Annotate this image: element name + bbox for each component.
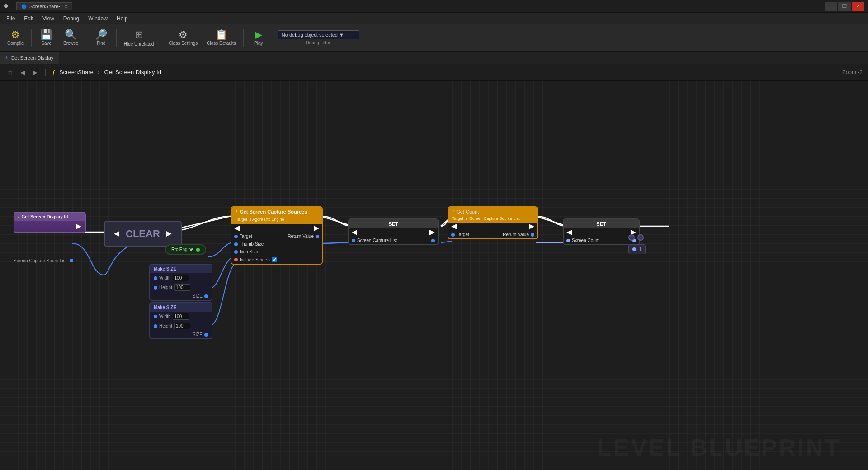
close-button[interactable]: ✕ [852,2,864,11]
get-capture-subtitle: Target is Agora Rtc Engine [231,216,322,224]
browse-icon: 🔍 [65,30,77,40]
menubar: File Edit View Debug Window Help [0,13,868,24]
bp-tab-icon: ƒ [5,55,8,60]
bookmark-button[interactable]: ☆ [5,68,15,77]
separator-5 [243,29,244,47]
width-dot-2 [154,315,157,318]
bc-screenshare[interactable]: ScreenShare [59,69,94,76]
class-settings-button[interactable]: ⚙ Class Settings [165,26,201,50]
thumb-size-pin[interactable] [234,242,238,246]
blueprint-tab[interactable]: ƒ Get Screen Display [0,52,59,64]
make-size-1-node[interactable]: Make SIZE Width Height SIZE [149,264,212,301]
make-size-2-title: Make SIZE [154,305,176,310]
get-count-exec-out[interactable] [529,224,534,229]
icon-size-pin[interactable] [234,250,238,254]
class-settings-icon: ⚙ [179,30,188,40]
screenshare-tab[interactable]: 🔵 ScreenShare• × [16,2,72,10]
tab-close-button[interactable]: × [65,4,67,9]
save-button[interactable]: 💾 Save [35,26,58,50]
get-count-return-pin[interactable] [531,233,534,237]
set-2-count-in-pin[interactable] [566,239,570,242]
play-icon: ▶ [255,30,262,40]
minimize-button[interactable]: – [825,2,837,11]
number-node[interactable]: 1 [628,244,646,254]
size-out-2: SIZE [150,331,212,338]
separator-2 [86,29,86,47]
set-1-exec-row [349,228,438,237]
forward-button[interactable]: ▶ [31,68,39,77]
screen-capture-label: Screen Capture Sourc List [14,258,73,263]
height-input-2[interactable] [174,323,190,329]
height-input-1[interactable] [174,284,190,291]
width-input-2[interactable] [173,313,189,320]
get-capture-exec-in-pin[interactable] [234,226,240,231]
make-size-1-title: Make SIZE [154,266,176,271]
set-1-list-in-pin[interactable] [352,239,355,242]
class-defaults-button[interactable]: 📋 Class Defaults [203,26,239,50]
get-count-target-pin[interactable] [451,233,455,237]
menu-view[interactable]: View [38,14,59,23]
find-label: Find [97,41,105,46]
separator-4 [161,29,161,47]
toolbar: ⚙ Compile 💾 Save 🔍 Browse 🔎 Find ⊞ Hide … [0,24,868,52]
target-in-pin[interactable] [234,235,238,238]
menu-debug[interactable]: Debug [59,14,84,23]
menu-edit[interactable]: Edit [19,14,38,23]
right-node-circle-2[interactable] [637,234,644,241]
play-button[interactable]: ▶ Play [247,26,270,50]
debug-object-dropdown[interactable]: No debug object selected ▼ [278,30,359,39]
menu-file[interactable]: File [2,14,19,23]
browse-button[interactable]: 🔍 Browse [60,26,82,50]
compile-icon: ⚙ [11,30,20,40]
size-out-pin-2[interactable] [204,333,208,337]
find-button[interactable]: 🔎 Find [90,26,113,50]
get-capture-exec-out-pin[interactable] [314,226,319,231]
node-header: ▪ Get Screen Display Id [14,213,85,221]
back-button[interactable]: ◀ [19,68,27,77]
rtc-out-pin[interactable] [196,248,200,252]
width-field-2: Width [150,312,212,321]
get-count-exec-in[interactable] [451,224,457,229]
menu-help[interactable]: Help [112,14,132,23]
size-out-1: SIZE [150,292,212,300]
rtc-engine-node[interactable]: Rtc Engine [165,244,206,255]
get-capture-func-icon: ƒ [235,209,238,214]
size-out-pin-1[interactable] [204,294,208,298]
number-in-pin[interactable] [632,247,636,251]
height-field-1: Height [150,283,212,292]
connector-lines [0,81,868,470]
get-capture-header: ƒ Get Screen Capture Sources [231,207,322,216]
compile-button[interactable]: ⚙ Compile [4,26,28,50]
height-dot-2 [154,324,157,328]
set-1-list-out-pin[interactable] [431,239,435,242]
hide-unrelated-button[interactable]: ⊞ Hide Unrelated [120,26,158,50]
clear-node[interactable]: CLEAR [104,221,182,247]
include-screen-checkbox[interactable] [272,257,277,262]
browse-label: Browse [63,41,78,46]
separator-6 [274,29,274,47]
exec-out-pin[interactable] [76,224,81,229]
get-count-header: ƒ Get Count [448,207,537,216]
clear-exec-out[interactable] [166,231,172,237]
include-screen-pin[interactable] [234,258,238,261]
return-value-pin[interactable] [316,235,319,238]
menu-window[interactable]: Window [84,14,112,23]
set-2-exec-in[interactable] [566,230,572,235]
bc-current: Get Screen Display Id [104,69,161,76]
set-1-exec-out[interactable] [429,230,435,235]
set-1-exec-in[interactable] [352,230,357,235]
clear-exec-in[interactable] [114,231,119,237]
get-screen-capture-sources-node[interactable]: ƒ Get Screen Capture Sources Target is A… [231,206,323,265]
get-count-func-icon: ƒ [452,209,455,214]
get-capture-thumb-row: Thumb Size [231,240,322,248]
blueprint-canvas[interactable]: ▪ Get Screen Display Id Screen Capture S… [0,81,868,470]
restore-button[interactable]: ❐ [838,2,851,11]
get-count-node[interactable]: ƒ Get Count Target is IScreen Capture So… [448,206,538,239]
make-size-2-node[interactable]: Make SIZE Width Height SIZE [149,302,212,339]
get-count-target-row: Target Return Value [448,231,537,238]
set-1-node[interactable]: SET Screen Capture List [348,218,439,245]
right-node-circle-1[interactable] [628,234,635,241]
get-screen-display-id-node[interactable]: ▪ Get Screen Display Id [14,212,86,233]
clear-node-body: CLEAR [105,222,181,246]
width-input-1[interactable] [173,275,189,281]
